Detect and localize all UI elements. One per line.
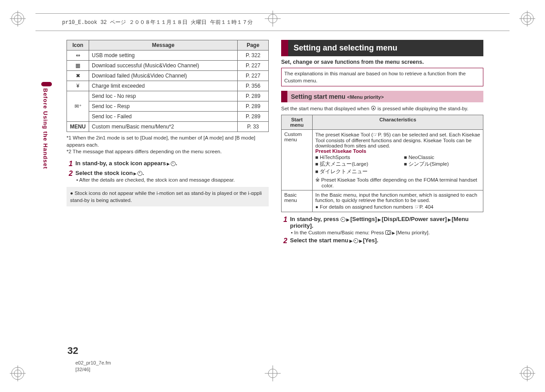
triangle-icon <box>447 216 452 222</box>
step-2-tail: . <box>142 170 144 176</box>
note-text: Stock icons do not appear while the i-mo… <box>70 190 262 203</box>
crop-mark-top-left <box>10 11 26 27</box>
section-header: Setting and selecting menu <box>281 40 483 56</box>
cell-message: Send loc - No resp <box>89 91 238 101</box>
step-number-2: 2 <box>67 170 73 182</box>
yen-icon: ¥ <box>67 81 89 91</box>
r-step1-seg1: In stand-by, press <box>290 216 341 222</box>
camera-key-icon <box>385 230 391 235</box>
r-step1-sub-tail: [Menu priority]. <box>396 230 430 235</box>
footnote-1: *1 When the 2in1 mode is set to [Dual mo… <box>67 135 269 148</box>
note-box: Stock icons do not appear while the i-mo… <box>67 187 269 206</box>
cell-message: Send loc - Resp <box>89 101 238 112</box>
preset-tools-list: HiTechSports NeoClassic 拡大メニュー(Large) シン… <box>315 155 480 175</box>
cell-message: Download successful (Music&Video Channel… <box>89 61 238 71</box>
tool-item: HiTechSports <box>315 155 391 160</box>
center-key-icon <box>171 161 176 166</box>
cell-page: P. 227 <box>238 71 269 81</box>
th-message: Message <box>89 40 238 50</box>
tool-item: 拡大メニュー(Large) <box>315 161 391 167</box>
footer-page-range: [32/46] <box>75 367 90 372</box>
tool-item: シンプル(Simple) <box>404 161 479 167</box>
table-row: ✉⁺ Send loc - No resp P. 289 <box>67 91 269 101</box>
send-loc-icon: ✉⁺ <box>67 91 89 122</box>
chapter-tab-label: Before Using the Handset <box>42 88 49 169</box>
tool-item: NeoClassic <box>404 155 479 160</box>
step-2-right: 2 Select the start menu[Yes]. <box>281 237 483 245</box>
footnotes: *1 When the 2in1 mode is set to [Dual mo… <box>67 135 269 155</box>
table-row: ¥ Charge limit exceeded P. 356 <box>67 81 269 91</box>
cell-page: P. 289 <box>238 112 269 122</box>
footer-filename: e02_pr10_7e.fm <box>75 360 111 365</box>
step-number-2: 2 <box>281 237 287 245</box>
triangle-icon <box>166 160 171 167</box>
source-file-label: pr10_E.book 32 ページ ２００８年１１月１８日 火曜日 午前１１時… <box>35 19 253 26</box>
top-bar: pr10_E.book 32 ページ ２００８年１１月１８日 火曜日 午前１１時… <box>35 13 510 31</box>
cell-message: USB mode setting <box>89 50 238 61</box>
cell-page: P. 33 <box>238 122 269 132</box>
step-2-title: Select the stock icon <box>75 170 133 176</box>
cell-page: P. 289 <box>238 91 269 101</box>
crop-mark-top-right <box>519 11 535 27</box>
r-step2-title: Select the start menu <box>290 237 349 244</box>
triangle-icon <box>391 230 396 235</box>
subsection-body: Set the start menu that displayed when ⦿… <box>281 105 483 112</box>
subsection-title: Setting start menu <box>291 93 347 100</box>
center-key-icon <box>353 238 358 243</box>
crop-mark-bottom-right <box>519 365 535 381</box>
step-1: 1 In stand-by, a stock icon appears. <box>67 160 269 168</box>
cell-page: P. 227 <box>238 61 269 71</box>
center-key-icon <box>137 171 142 176</box>
triangle-icon <box>133 170 137 176</box>
tool-item: ダイレクトメニュー <box>315 168 391 175</box>
r-step1-seg3: [Disp/LED/Power saver] <box>382 216 447 222</box>
footer-file: e02_pr10_7e.fm [32/46] <box>75 360 111 373</box>
table-row: Custom menu The preset Kisekae Tool (☞P.… <box>282 130 483 190</box>
step-1-tail: . <box>176 160 177 167</box>
download-ok-icon: ▦ <box>67 61 89 71</box>
chapter-tab: Before Using the Handset <box>42 82 52 169</box>
r-step2-tail: [Yes]. <box>363 237 379 244</box>
download-fail-icon: ✖ <box>67 71 89 81</box>
basic-sub-text: For details on assigned function numbers… <box>320 204 433 210</box>
center-key-icon <box>341 217 345 222</box>
r-step1-sub: • In the Custom menu/Basic menu: Press [… <box>290 230 483 235</box>
crop-mark-bottom-center <box>265 365 281 381</box>
usb-icon: ⇔ <box>67 50 89 61</box>
table-row: ✖ Download failed (Music&Video Channel) … <box>67 71 269 81</box>
cell-message: Send loc - Failed <box>89 112 238 122</box>
stock-icon-table: Icon Message Page ⇔ USB mode setting P. … <box>67 40 269 132</box>
table-row: Send loc - Resp P. 289 <box>67 101 269 112</box>
left-column: Icon Message Page ⇔ USB mode setting P. … <box>67 40 269 247</box>
info-box: The explanations in this manual are base… <box>281 68 483 86</box>
subsection-tag: <Menu priority> <box>347 94 384 100</box>
triangle-icon <box>345 216 350 222</box>
cell-message: Charge limit exceeded <box>89 81 238 91</box>
cell-page: P. 356 <box>238 81 269 91</box>
step-1-title: In stand-by, a stock icon appears <box>75 160 166 167</box>
cell-message: Download failed (Music&Video Channel) <box>89 71 238 81</box>
th-start-menu: Start menu <box>282 115 313 130</box>
cell-custom-menu: Custom menu <box>282 130 313 190</box>
page-number: 32 <box>67 345 78 357</box>
triangle-icon <box>377 216 382 222</box>
basic-desc-text: In the Basic menu, input the function nu… <box>315 192 477 203</box>
step-number-1: 1 <box>281 216 287 235</box>
preset-tools-title: Preset Kisekae Tools <box>315 148 366 154</box>
triangle-icon <box>349 237 353 244</box>
step-number-1: 1 <box>67 160 73 168</box>
section-subtitle: Set, change or save functions from the m… <box>281 59 483 65</box>
table-row: MENU Custom menu/Basic menu/Menu*2 P. 33 <box>67 122 269 132</box>
r-step1-seg2: [Settings] <box>350 216 377 222</box>
cell-message: Custom menu/Basic menu/Menu*2 <box>89 122 238 132</box>
chapter-tab-pill <box>41 82 52 86</box>
preset-note: ※ Preset Kisekae Tools differ depending … <box>315 177 480 188</box>
th-icon: Icon <box>67 40 89 50</box>
cell-page: P. 289 <box>238 101 269 112</box>
subsection-header: Setting start menu <Menu priority> <box>281 91 483 102</box>
cell-custom-desc: The preset Kisekae Tool (☞P. 95) can be … <box>313 130 483 190</box>
cell-basic-menu: Basic menu <box>282 190 313 212</box>
th-characteristics: Characteristics <box>313 115 483 130</box>
right-column: Setting and selecting menu Set, change o… <box>281 40 483 247</box>
basic-sub: ● For details on assigned function numbe… <box>315 204 480 210</box>
